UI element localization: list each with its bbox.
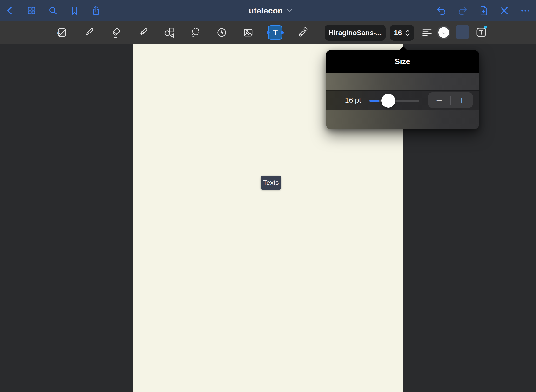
search-button[interactable] (46, 4, 60, 17)
tool-lasso[interactable] (189, 26, 202, 39)
text-tool-right-handle (281, 31, 284, 34)
favorite-text-style-button[interactable] (474, 25, 489, 39)
size-stepper-chevrons-icon (405, 29, 410, 36)
text-tool-letter: T (273, 28, 278, 37)
more-menu-button[interactable] (519, 4, 532, 17)
size-stepper: − + (428, 92, 473, 108)
svg-text:a: a (57, 28, 61, 36)
font-size-button[interactable]: 16 (390, 25, 414, 41)
tool-pen[interactable] (82, 26, 95, 39)
navbar-left-group (3, 0, 103, 21)
zoom-window-icon: a (56, 26, 68, 39)
slider-thumb[interactable] (381, 94, 395, 108)
thumbnails-grid-icon (26, 5, 37, 16)
swatch-chevron-down-icon (442, 32, 446, 35)
eraser-icon (110, 26, 122, 39)
toolbar-divider (319, 24, 319, 41)
toolbar-divider (72, 24, 72, 41)
size-popover-title: Size (395, 57, 410, 66)
goodnotes-window: utelecon (0, 0, 536, 392)
text-box-label: Texts (263, 179, 279, 187)
back-button[interactable] (3, 4, 17, 17)
color-swatch-white (438, 27, 449, 38)
size-value-label: 16 pt (337, 91, 361, 110)
navbar-right-group (435, 0, 532, 21)
size-popover-header: Size (326, 50, 479, 73)
back-chevron-icon (5, 5, 15, 16)
popover-arrow (399, 46, 407, 50)
ellipsis-icon (520, 5, 531, 16)
undo-button[interactable] (435, 4, 448, 17)
size-slider-row: 16 pt − + (326, 90, 479, 110)
slider-fill (369, 100, 379, 102)
pen-mode-toggle-button[interactable] (498, 4, 511, 17)
sticker-star-icon (216, 26, 228, 39)
align-left-icon (421, 27, 433, 38)
selected-text-box[interactable]: Texts (261, 176, 281, 190)
pencil-cross-icon (499, 5, 510, 16)
tool-laser-pointer[interactable] (296, 26, 309, 39)
size-slider[interactable] (369, 91, 419, 110)
tool-elements[interactable] (215, 26, 228, 39)
document-title-button[interactable]: utelecon (249, 0, 292, 21)
shapes-icon (163, 26, 175, 39)
page-thumbnails-button[interactable] (25, 4, 38, 17)
tool-eraser[interactable] (109, 26, 122, 39)
tool-ribbon: a (0, 21, 536, 44)
tool-shapes[interactable] (162, 26, 176, 39)
text-color-button[interactable] (437, 26, 450, 39)
font-family-label: HiraginoSans-... (328, 29, 382, 37)
font-size-value: 16 (394, 29, 402, 37)
dimmed-style-button[interactable] (456, 25, 469, 39)
navbar: utelecon (0, 0, 536, 21)
lasso-icon (190, 26, 202, 39)
undo-icon (436, 5, 447, 16)
redo-button[interactable] (456, 4, 469, 17)
plus-icon: + (459, 94, 465, 106)
bookmark-icon (69, 5, 80, 16)
laser-pointer-icon (297, 26, 309, 39)
text-tool-left-handle (267, 31, 270, 34)
search-icon (48, 5, 58, 16)
text-style-heart-icon (475, 25, 489, 39)
popover-lower-band (326, 110, 479, 129)
text-align-button[interactable] (420, 26, 434, 39)
tool-text[interactable]: T (268, 25, 282, 40)
share-icon (91, 5, 101, 16)
minus-icon: − (436, 94, 442, 106)
size-increase-button[interactable]: + (451, 92, 473, 108)
tool-image[interactable] (241, 26, 255, 39)
redo-icon (457, 5, 468, 16)
pen-icon (83, 26, 95, 39)
tool-zoom-window[interactable]: a (55, 26, 68, 39)
add-page-button[interactable] (477, 4, 490, 17)
font-family-button[interactable]: HiraginoSans-... (325, 25, 386, 41)
highlighter-icon (137, 26, 149, 39)
title-chevron-down-icon (287, 9, 293, 13)
bookmark-button[interactable] (68, 4, 81, 17)
size-decrease-button[interactable]: − (428, 92, 450, 108)
share-button[interactable] (89, 4, 103, 17)
image-icon (242, 26, 254, 39)
tool-highlighter[interactable] (136, 26, 149, 39)
size-popover: Size 16 pt − + (326, 50, 479, 129)
popover-upper-band (326, 73, 479, 90)
document-title: utelecon (249, 6, 283, 15)
add-page-icon (478, 5, 489, 16)
